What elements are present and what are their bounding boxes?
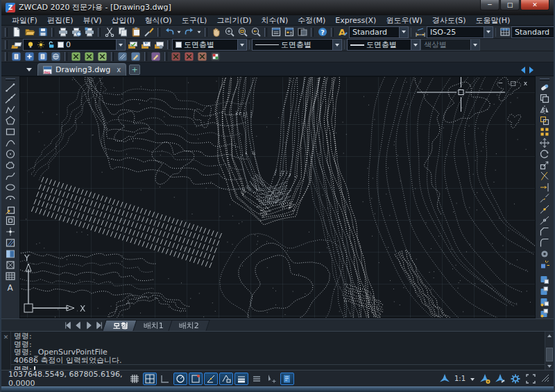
layout-nav-next-icon[interactable] (83, 321, 94, 330)
toolbar-grip[interactable] (98, 28, 101, 37)
join-button[interactable] (538, 215, 552, 226)
menu-item-5[interactable]: 도구(L) (177, 15, 212, 26)
toolbar-grip[interactable] (111, 52, 114, 61)
toolbar-grip[interactable] (164, 52, 167, 61)
toggle-lineweight[interactable] (234, 373, 248, 385)
custom-tool-10-button[interactable] (149, 51, 162, 62)
color-select-arrow-icon[interactable] (237, 40, 246, 50)
move-button[interactable] (538, 137, 552, 148)
insert-block-button[interactable] (3, 204, 17, 215)
minimize-button[interactable]: ─ (480, 0, 500, 10)
undo-dropdown-icon[interactable] (176, 26, 182, 38)
custom-tool-8-button[interactable] (116, 51, 129, 62)
layer-states-button[interactable] (152, 39, 165, 51)
match-properties-button[interactable] (142, 26, 155, 38)
open-button[interactable] (23, 26, 36, 38)
scroll-up-icon[interactable] (545, 332, 554, 339)
toolbar-grip[interactable] (5, 28, 8, 37)
copy-clip-button[interactable] (116, 26, 129, 38)
spline-button[interactable] (3, 171, 17, 182)
color-select[interactable]: 도면층별 (172, 39, 247, 51)
mdi-close-icon[interactable]: x (522, 80, 529, 87)
mirror-button[interactable] (538, 104, 552, 115)
publish-button[interactable] (83, 26, 96, 38)
blend-button[interactable] (538, 248, 552, 259)
linetype-select[interactable]: 도면층별 (252, 39, 342, 51)
layer-tool-1-button[interactable] (538, 274, 552, 285)
layer-tool-2-button[interactable] (538, 285, 552, 296)
array-button[interactable] (538, 126, 552, 137)
drawing-viewport[interactable]: ─ □ x Y X (19, 76, 536, 318)
menu-item-7[interactable]: 치수(N) (256, 15, 293, 26)
toolbar-grip[interactable] (331, 28, 334, 37)
pan-button[interactable] (210, 26, 223, 38)
tool-palettes-button[interactable] (296, 26, 309, 38)
toggle-dynamic-input[interactable] (219, 373, 233, 385)
custom-tool-3-button[interactable] (36, 51, 49, 62)
toolbar-grip[interactable] (540, 78, 549, 80)
menu-item-2[interactable]: 뷰(V) (78, 15, 106, 26)
tab-scroll-left-icon[interactable] (519, 66, 527, 74)
toolbar-grip[interactable] (65, 52, 67, 61)
mdi-restore-icon[interactable]: □ (509, 80, 517, 87)
toggle-osnap[interactable] (189, 373, 203, 385)
menu-item-3[interactable]: 삽입(I) (107, 15, 140, 26)
lineweight-select[interactable]: 도면층별 (347, 39, 420, 51)
layout-tab-2[interactable]: 배치2 (168, 320, 210, 331)
scale-button[interactable] (538, 160, 552, 171)
toggle-ortho[interactable] (158, 373, 172, 385)
custom-tool-7-button[interactable] (96, 51, 109, 62)
menu-item-0[interactable]: 파일(F) (7, 15, 42, 26)
layer-properties-button[interactable] (10, 39, 23, 51)
toolbar-grip[interactable] (144, 52, 147, 61)
plotstyle-select-arrow-icon[interactable] (470, 40, 479, 50)
toolbar-grip[interactable] (157, 28, 160, 37)
ellipse-button[interactable] (3, 182, 17, 193)
break-button[interactable] (538, 193, 552, 204)
layer-tool-4-button[interactable] (538, 307, 552, 318)
trim-button[interactable] (538, 171, 552, 182)
explode-button[interactable] (538, 259, 552, 271)
menu-item-11[interactable]: 경사도(S) (427, 15, 471, 26)
point-button[interactable] (3, 226, 17, 237)
mdi-minimize-icon[interactable]: ─ (497, 80, 504, 87)
text-style-button[interactable]: A (336, 26, 349, 38)
new-button[interactable] (10, 26, 23, 38)
make-block-button[interactable] (3, 215, 17, 226)
command-window-grip[interactable]: ✕ (1, 332, 11, 370)
toggle-annotation-monitor[interactable] (280, 373, 294, 385)
text-style-select-arrow-icon[interactable] (399, 27, 408, 37)
design-center-button[interactable] (282, 26, 296, 38)
table-button[interactable] (3, 271, 17, 282)
document-list-dropdown[interactable] (24, 64, 35, 75)
zoom-realtime-button[interactable] (223, 26, 236, 38)
custom-tool-12-button[interactable] (182, 51, 196, 62)
toolbar-grip[interactable] (167, 40, 170, 49)
command-window[interactable]: ✕ 명령:명령:명령: _OpenSurvPointFile40686 측점이 … (1, 331, 554, 370)
custom-tool-9-button[interactable] (129, 51, 142, 62)
menu-item-6[interactable]: 그리기(D) (212, 15, 256, 26)
layer-tool-3-button[interactable] (538, 296, 552, 307)
ellipse-arc-button[interactable] (3, 193, 17, 204)
table-style-select[interactable]: Standard (511, 26, 555, 38)
gradient-button[interactable] (3, 248, 17, 259)
layer-select-arrow-icon[interactable] (116, 40, 125, 50)
custom-tool-5-button[interactable] (69, 51, 83, 62)
layout-nav-first-icon[interactable] (62, 321, 73, 330)
tab-close-icon[interactable]: x (117, 66, 121, 74)
multiline-text-button[interactable]: A (3, 282, 17, 293)
toggle-properties-toggle[interactable] (250, 373, 264, 385)
lineweight-select-arrow-icon[interactable] (411, 40, 420, 50)
menu-item-4[interactable]: 형식(O) (139, 15, 176, 26)
annotation-scale-dropdown-icon[interactable] (470, 372, 475, 385)
annotation-scale-icon[interactable] (439, 373, 450, 384)
maximize-button[interactable]: □ (500, 0, 520, 10)
region-button[interactable] (3, 259, 17, 271)
help-button[interactable]: ? (316, 26, 329, 38)
revision-cloud-button[interactable] (3, 160, 17, 171)
save-button[interactable] (36, 26, 49, 38)
undo-button[interactable] (162, 26, 176, 38)
toolbar-grip[interactable] (5, 40, 8, 49)
paste-button[interactable] (129, 26, 142, 38)
new-tab-button[interactable]: + (129, 65, 140, 75)
